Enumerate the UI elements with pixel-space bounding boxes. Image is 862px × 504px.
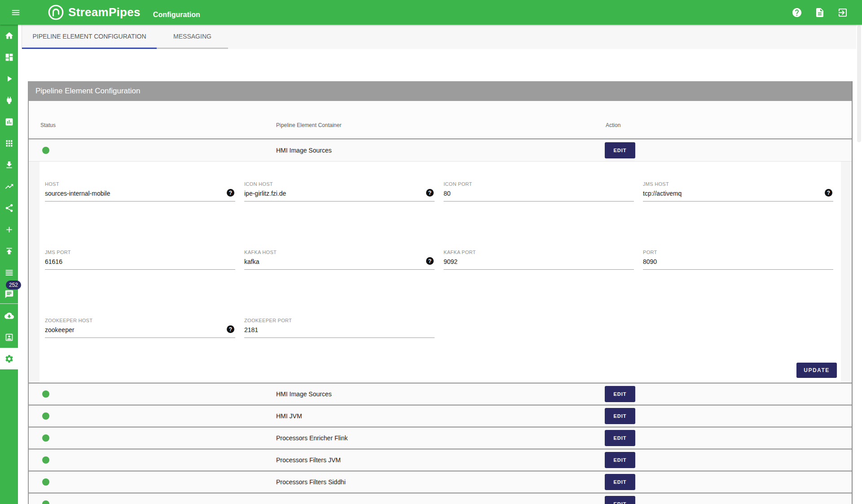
zookeeper-host-input[interactable] (45, 324, 235, 338)
sidebar-item-apps[interactable] (0, 132, 18, 154)
sidebar-item-share[interactable] (0, 197, 18, 219)
field-label: JMS HOST (643, 181, 833, 187)
status-dot (42, 478, 49, 486)
expanded-row-detail: HOST ? ICON HOST ? ICON PORT JMS HO (29, 162, 852, 383)
sidebar-item-data-explorer[interactable] (0, 111, 18, 132)
sidebar-item-publish[interactable] (0, 240, 18, 262)
page-title: Configuration (153, 11, 200, 19)
play-icon (4, 74, 14, 83)
document-icon[interactable] (814, 7, 825, 18)
chat-icon (4, 289, 14, 299)
table-header-row: Status Pipeline Element Container Action (29, 101, 852, 139)
help-icon[interactable]: ? (227, 325, 234, 333)
container-name: HMI Image Sources (276, 390, 332, 398)
table-row[interactable]: Processors Enricher Flink EDIT (29, 427, 852, 449)
edit-button[interactable]: EDIT (605, 452, 635, 468)
field-host: HOST ? (45, 181, 235, 202)
edit-button[interactable]: EDIT (605, 142, 635, 158)
field-zookeeper-port: ZOOKEEPER PORT (244, 318, 435, 338)
help-icon[interactable]: ? (825, 189, 832, 197)
scrollbar-thumb[interactable] (857, 26, 861, 142)
page-scrollbar[interactable] (856, 25, 862, 504)
cloud-download-icon (4, 311, 14, 320)
help-icon[interactable] (792, 7, 802, 18)
zookeeper-port-input[interactable] (244, 324, 435, 338)
trending-up-icon (4, 182, 14, 191)
hamburger-menu-button[interactable] (11, 8, 21, 18)
field-icon-host: ICON HOST ? (244, 181, 435, 202)
bar-chart-icon (4, 117, 14, 127)
jms-host-input[interactable] (643, 187, 833, 202)
table-row[interactable]: EDIT (29, 493, 852, 504)
host-input[interactable] (45, 187, 235, 202)
download-icon (4, 160, 14, 170)
dashboard-icon (4, 53, 14, 62)
container-name: Processors Filters JVM (276, 456, 341, 464)
sidebar-item-home[interactable] (0, 25, 18, 46)
logout-icon[interactable] (837, 7, 848, 18)
icon-port-input[interactable] (444, 187, 634, 202)
field-jms-port: JMS PORT (45, 250, 235, 270)
notification-badge: 252 (6, 280, 21, 289)
field-icon-port: ICON PORT (444, 181, 634, 202)
app-name: StreamPipes (68, 5, 141, 19)
home-icon (4, 31, 14, 40)
column-header-status: Status (40, 122, 56, 128)
panel-title: Pipeline Element Configuration (29, 81, 852, 101)
kafka-port-input[interactable] (444, 255, 634, 270)
port-input[interactable] (643, 255, 833, 270)
field-label: ZOOKEEPER HOST (45, 318, 235, 323)
sidebar-item-install[interactable] (0, 154, 18, 175)
help-icon[interactable]: ? (227, 189, 234, 197)
edit-button[interactable]: EDIT (605, 496, 635, 504)
edit-button[interactable]: EDIT (605, 386, 635, 402)
sidebar-item-cloud[interactable] (0, 305, 18, 326)
plug-icon (4, 96, 14, 105)
upload-icon (4, 246, 14, 256)
tab-pipeline-element-configuration[interactable]: PIPELINE ELEMENT CONFIGURATION (22, 25, 157, 49)
edit-button[interactable]: EDIT (605, 474, 635, 490)
field-label: ZOOKEEPER PORT (244, 318, 435, 323)
sidebar-item-dashboard[interactable] (0, 46, 18, 68)
edit-button[interactable]: EDIT (605, 408, 635, 424)
container-name: HMI JVM (276, 412, 302, 420)
field-label: ICON HOST (244, 181, 435, 187)
field-jms-host: JMS HOST ? (643, 181, 833, 202)
field-kafka-host: KAFKA HOST ? (244, 250, 435, 270)
sidebar-nav: 252 (0, 25, 18, 504)
apps-grid-icon (4, 139, 14, 148)
status-dot (42, 500, 49, 504)
streampipes-app: StreamPipes Configuration (0, 0, 862, 504)
table-row-expanded[interactable]: HMI Image Sources EDIT (29, 139, 852, 162)
share-icon (4, 203, 14, 213)
sidebar-item-add[interactable] (0, 219, 18, 240)
icon-host-input[interactable] (244, 187, 435, 202)
field-port: PORT (643, 250, 833, 270)
sidebar-item-connect[interactable] (0, 89, 18, 111)
sidebar-item-pipelines[interactable] (0, 68, 18, 89)
table-row[interactable]: HMI JVM EDIT (29, 405, 852, 427)
sidebar-item-list[interactable] (0, 262, 18, 283)
field-zookeeper-host: ZOOKEEPER HOST ? (45, 318, 235, 338)
edit-button[interactable]: EDIT (605, 430, 635, 446)
kafka-host-input[interactable] (244, 255, 435, 270)
status-dot (42, 456, 49, 464)
table-row[interactable]: Processors Filters JVM EDIT (29, 449, 852, 471)
container-name: HMI Image Sources (276, 147, 332, 154)
sidebar-item-settings[interactable] (0, 348, 18, 369)
update-button[interactable]: UPDATE (796, 363, 837, 378)
sidebar-item-live-data[interactable] (0, 175, 18, 197)
sidebar-item-profile[interactable] (0, 326, 18, 348)
app-toolbar: StreamPipes Configuration (0, 0, 862, 25)
jms-port-input[interactable] (45, 255, 235, 270)
table-row[interactable]: Processors Filters Siddhi EDIT (29, 471, 852, 493)
help-icon[interactable]: ? (426, 257, 434, 265)
tab-messaging[interactable]: MESSAGING (157, 25, 228, 49)
list-lines-icon (4, 268, 14, 277)
streampipes-logo-icon (48, 4, 64, 21)
table-row[interactable]: HMI Image Sources EDIT (29, 383, 852, 405)
container-name: Processors Enricher Flink (276, 434, 348, 442)
status-dot (42, 390, 49, 398)
help-icon[interactable]: ? (426, 189, 434, 197)
hamburger-icon (11, 8, 21, 18)
